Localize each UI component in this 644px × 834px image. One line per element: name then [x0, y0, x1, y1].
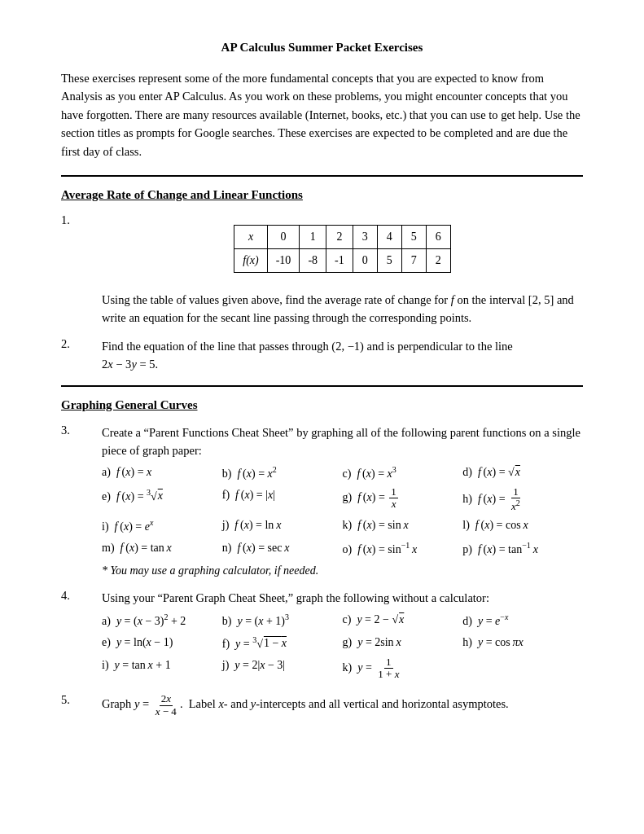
p4-func-c: c) y = 2 − √x	[343, 611, 463, 630]
func-row-il: i) f (x) = ex j) f (x) = ln x k) f (x) =…	[102, 516, 583, 536]
table-x-2: 2	[326, 226, 353, 249]
func-c: c) f (x) = x3	[343, 463, 463, 483]
problem-1-num: 1.	[61, 213, 102, 327]
table-fx-2: -1	[326, 249, 353, 273]
divider-2	[61, 385, 583, 387]
table-x-4: 4	[377, 226, 401, 249]
problem-4: 4. Using your “Parent Graph Cheat Sheet,…	[61, 589, 583, 683]
func-n: n) f (x) = sec x	[222, 539, 343, 559]
problem-4-num: 4.	[61, 589, 102, 683]
func-k: k) f (x) = sin x	[343, 516, 463, 536]
func-f: f) f (x) = |x|	[222, 486, 343, 513]
problem-3-content: Create a “Parent Functions Cheat Sheet” …	[102, 424, 583, 580]
problem-2-num: 2.	[61, 337, 102, 374]
table-fx-5: 7	[401, 249, 426, 273]
func-p: p) f (x) = tan−1 x	[462, 539, 583, 559]
table-fx-3: 0	[353, 249, 377, 273]
p4-func-j: j) y = 2|x − 3|	[222, 656, 343, 681]
p4-func-g: g) y = 2sin x	[343, 634, 463, 653]
problem-2-content: Find the equation of the line that passe…	[102, 337, 583, 374]
section1-heading: Average Rate of Change and Linear Functi…	[61, 188, 583, 202]
problem-2: 2. Find the equation of the line that pa…	[61, 337, 583, 374]
section2-heading: Graphing General Curves	[61, 398, 583, 412]
func-i: i) f (x) = ex	[102, 516, 222, 536]
table-x-1: 1	[300, 226, 326, 249]
p4-row-eh: e) y = ln(x − 1) f) y = 3√1 − x g) y = 2…	[102, 634, 583, 653]
values-table: x 0 1 2 3 4 5 6 f(x) -10 -8 -1 0	[234, 225, 450, 272]
problem-5-content: Graph y = 2xx − 4. Label x- and y-interc…	[102, 693, 583, 718]
func-a: a) f (x) = x	[102, 463, 222, 483]
problem-3-num: 3.	[61, 424, 102, 580]
p4-func-a: a) y = (x − 3)2 + 2	[102, 611, 222, 630]
func-b: b) f (x) = x2	[222, 463, 343, 483]
p4-row-ik: i) y = tan x + 1 j) y = 2|x − 3| k) y = …	[102, 656, 583, 681]
table-fx-header: f(x)	[234, 249, 267, 273]
problem-4-content: Using your “Parent Graph Cheat Sheet,” g…	[102, 589, 583, 683]
problem-3: 3. Create a “Parent Functions Cheat Shee…	[61, 424, 583, 580]
table-fx-4: 5	[377, 249, 401, 273]
table-x-3: 3	[353, 226, 377, 249]
p4-row-ad: a) y = (x − 3)2 + 2 b) y = (x + 1)3 c) y…	[102, 611, 583, 630]
func-row-mp: m) f (x) = tan x n) f (x) = sec x o) f (…	[102, 539, 583, 559]
intro-paragraph: These exercises represent some of the mo…	[61, 69, 583, 160]
table-fx-0: -10	[267, 249, 300, 273]
p4-func-i: i) y = tan x + 1	[102, 656, 222, 681]
func-j: j) f (x) = ln x	[222, 516, 343, 536]
p4-func-d: d) y = e−x	[462, 611, 583, 630]
divider-1	[61, 175, 583, 177]
func-m: m) f (x) = tan x	[102, 539, 222, 559]
func-o: o) f (x) = sin−1 x	[343, 539, 463, 559]
p4-func-blank	[462, 656, 583, 681]
problem-1-desc: Using the table of values given above, f…	[102, 291, 583, 327]
table-x-5: 5	[401, 226, 426, 249]
func-g: g) f (x) = 1x	[343, 486, 463, 513]
func-row-eh: e) f (x) = 3√x f) f (x) = |x| g) f (x) =…	[102, 486, 583, 513]
problem-1-content: x 0 1 2 3 4 5 6 f(x) -10 -8 -1 0	[102, 213, 583, 327]
table-x-6: 6	[426, 226, 450, 249]
func-d: d) f (x) = √x	[462, 463, 583, 483]
table-fx-1: -8	[300, 249, 326, 273]
table-x-0: 0	[267, 226, 300, 249]
func-l: l) f (x) = cos x	[462, 516, 583, 536]
p4-func-e: e) y = ln(x − 1)	[102, 634, 222, 653]
problem-3-intro: Create a “Parent Functions Cheat Sheet” …	[102, 424, 583, 460]
table-fx-6: 2	[426, 249, 450, 273]
func-h: h) f (x) = 1x2	[462, 486, 583, 513]
problem-4-intro: Using your “Parent Graph Cheat Sheet,” g…	[102, 589, 583, 607]
interval-bracket: [2, 5]	[528, 293, 554, 306]
table-x-header: x	[234, 226, 267, 249]
calc-note: * You may use a graphing calculator, if …	[102, 562, 583, 580]
func-row-ad: a) f (x) = x b) f (x) = x2 c) f (x) = x3…	[102, 463, 583, 483]
problem-5-num: 5.	[61, 693, 102, 718]
func-e: e) f (x) = 3√x	[102, 486, 222, 513]
p4-func-b: b) y = (x + 1)3	[222, 611, 343, 630]
p4-func-h: h) y = cos πx	[462, 634, 583, 653]
table-wrapper: x 0 1 2 3 4 5 6 f(x) -10 -8 -1 0	[102, 218, 583, 282]
p4-func-k: k) y = 11 + x	[343, 656, 463, 681]
p4-func-f: f) y = 3√1 − x	[222, 634, 343, 653]
problem-5: 5. Graph y = 2xx − 4. Label x- and y-int…	[61, 693, 583, 718]
problem-1: 1. x 0 1 2 3 4 5 6 f(x) -1	[61, 213, 583, 327]
page-title: AP Calculus Summer Packet Exercises	[61, 41, 583, 55]
